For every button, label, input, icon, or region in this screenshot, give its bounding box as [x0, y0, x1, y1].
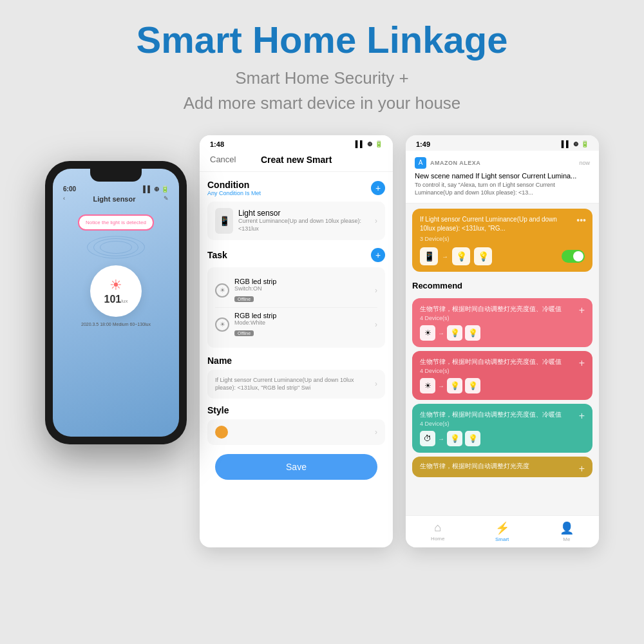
middle-status-icons: ▌▌ ⊕ 🔋	[355, 140, 383, 148]
condition-item[interactable]: 📱 Light sensor Current Luminance(Up and …	[215, 208, 377, 234]
name-label: Name	[207, 355, 385, 366]
main-title: Smart Home Linkage	[13, 19, 631, 61]
name-value: If Light sensor Current Luminance(Up and…	[215, 376, 371, 392]
rec-devices-2: ☀ → 💡 💡	[420, 378, 585, 393]
phone-screen: 6:00 ▌▌ ⊕ 🔋 ‹ Light sensor ✎ Notice the …	[53, 169, 179, 437]
subtitle-line2: Add more smart device in your house	[184, 93, 461, 113]
nav-smart[interactable]: ⚡ Smart	[495, 521, 509, 542]
notification-card: A AMAZON ALEXA now New scene named If Li…	[406, 151, 599, 204]
sun-icon: ☀	[109, 277, 122, 294]
condition-card: 📱 Light sensor Current Luminance(Up and …	[207, 202, 385, 240]
edit-icon[interactable]: ✎	[164, 195, 169, 205]
add-condition-button[interactable]: +	[371, 181, 385, 195]
middle-status-bar: 1:48 ▌▌ ⊕ 🔋	[200, 135, 393, 151]
recommend-card-2[interactable]: + 生物节律，根据时间自动调整灯光亮度值、冷暖值 4 Device(s) ☀ →…	[412, 351, 592, 400]
notif-header: A AMAZON ALEXA now	[415, 157, 590, 169]
add-icon[interactable]: +	[579, 305, 585, 316]
page-header: Smart Home Linkage Smart Home Security +…	[0, 0, 644, 129]
task2-icon: ☀	[215, 317, 229, 332]
name-row[interactable]: If Light sensor Current Luminance(Up and…	[207, 370, 385, 399]
task2-name: RGB led strip	[234, 312, 370, 319]
rec-dev-icon: 💡	[465, 325, 480, 341]
nav-smart-label: Smart	[495, 536, 509, 542]
style-row[interactable]: ›	[207, 419, 385, 445]
add-icon[interactable]: +	[579, 357, 585, 369]
nav-home[interactable]: ⌂ Home	[431, 521, 444, 542]
active-scene-card[interactable]: ••• If Light sensor Current Luminance(Up…	[412, 209, 592, 272]
add-icon[interactable]: +	[579, 410, 585, 422]
recommend-card-4[interactable]: + 生物节律，根据时间自动调整灯光亮度	[412, 457, 592, 477]
add-icon[interactable]: +	[579, 463, 585, 475]
chevron-icon: ›	[375, 286, 377, 295]
notice-bubble: Notice the light is detected	[78, 214, 154, 231]
alexa-icon: A	[415, 157, 426, 169]
signal-icon: ▌▌	[355, 140, 365, 147]
lux-reading: 101lux	[104, 294, 128, 305]
arrow-icon: →	[438, 383, 444, 390]
rec-dev-icon: ☀	[420, 325, 435, 341]
task-title: Task	[207, 250, 227, 260]
chevron-icon: ›	[375, 320, 377, 329]
device-icon-3: 💡	[474, 247, 492, 265]
rec-dev-icon: ☀	[420, 378, 435, 393]
rec-device-count-2: 4 Device(s)	[420, 368, 585, 374]
condition-title: Condition	[207, 180, 261, 190]
add-task-button[interactable]: +	[371, 248, 385, 262]
me-icon: 👤	[560, 521, 574, 535]
battery-icon: 🔋	[375, 140, 383, 147]
task2-badge: Offline	[234, 330, 254, 336]
phone-footer: 2020.3.5 18:00 Medium 60~130lux	[61, 322, 171, 327]
task1-detail: Switch:ON	[234, 285, 370, 292]
screen-title: Creat new Smart	[261, 155, 332, 165]
rec-card-title-1: 生物节律，根据时间自动调整灯光亮度值、冷暖值	[420, 305, 585, 314]
arrow-icon: →	[442, 253, 448, 260]
signal-icon: ▌▌	[562, 140, 571, 147]
save-button[interactable]: Save	[215, 454, 377, 480]
rec-card-title-3: 生物节律，根据时间自动调整灯光亮度值、冷暖值	[420, 410, 585, 419]
chevron-icon: ›	[375, 216, 377, 225]
toggle-knob	[573, 251, 583, 261]
scene-title: If Light sensor Current Luminance(Up and…	[420, 215, 585, 233]
device-icon-2: 💡	[452, 247, 470, 265]
rec-device-count-1: 4 Device(s)	[420, 315, 585, 321]
middle-app-screen: 1:48 ▌▌ ⊕ 🔋 Cancel Creat new Smart Condi…	[200, 135, 393, 547]
style-color-dot	[215, 426, 228, 439]
screen-title: Light sensor	[93, 195, 135, 203]
rec-dev-icon: 💡	[447, 325, 462, 341]
recommend-card-3[interactable]: + 生物节律，根据时间自动调整灯光亮度值、冷暖值 4 Device(s) ⏱ →…	[412, 404, 592, 453]
back-icon[interactable]: ‹	[63, 195, 65, 205]
phone-status-bar: 6:00 ▌▌ ⊕ 🔋	[53, 182, 179, 193]
task1-name: RGB led strip	[234, 278, 370, 285]
wave-rings	[84, 234, 148, 260]
subtitle-line1: Smart Home Security +	[235, 68, 408, 88]
scene-toggle[interactable]	[562, 250, 585, 263]
task1-badge: Offline	[234, 296, 254, 302]
wifi-icon: ⊕	[573, 140, 578, 147]
dots-menu-icon[interactable]: •••	[576, 215, 586, 225]
phone-content: Notice the light is detected ☀ 101lux 20…	[53, 208, 179, 329]
rec-dev-icon: 💡	[465, 378, 480, 393]
middle-time: 1:48	[210, 140, 224, 148]
task-item-2[interactable]: ☀ RGB led strip Mode:White Offline ›	[215, 308, 377, 341]
chevron-icon: ›	[375, 379, 377, 388]
condition-text: Light sensor Current Luminance(Up and do…	[238, 209, 370, 232]
lux-unit: lux	[121, 298, 128, 304]
lux-value: 101	[104, 294, 122, 305]
rec-dev-icon: 💡	[447, 378, 462, 393]
right-app-screen: 1:49 ▌▌ ⊕ 🔋 A AMAZON ALEXA now New scene…	[406, 135, 599, 547]
arrow-icon: →	[438, 435, 444, 442]
phone-nav-bar: ‹ Light sensor ✎	[53, 193, 179, 208]
recommend-card-1[interactable]: + 生物节律，根据时间自动调整灯光亮度值、冷暖值 4 Device(s) ☀ →…	[412, 298, 592, 347]
nav-me[interactable]: 👤 Me	[560, 521, 574, 542]
notif-time: now	[579, 160, 590, 166]
cancel-button[interactable]: Cancel	[210, 155, 236, 164]
task-item-1[interactable]: ☀ RGB led strip Switch:ON Offline ›	[215, 274, 377, 308]
rec-device-count-3: 4 Device(s)	[420, 421, 585, 427]
condition-device-detail: Current Luminance(Up and down 10lux plea…	[238, 218, 370, 232]
notif-source: AMAZON ALEXA	[430, 160, 575, 166]
rec-dev-icon: ⏱	[420, 431, 435, 446]
arrow-icon: →	[438, 330, 444, 337]
condition-device-name: Light sensor	[238, 209, 370, 218]
wifi-icon: ⊕	[367, 140, 372, 147]
phone-signal-icons: ▌▌ ⊕ 🔋	[143, 185, 169, 193]
